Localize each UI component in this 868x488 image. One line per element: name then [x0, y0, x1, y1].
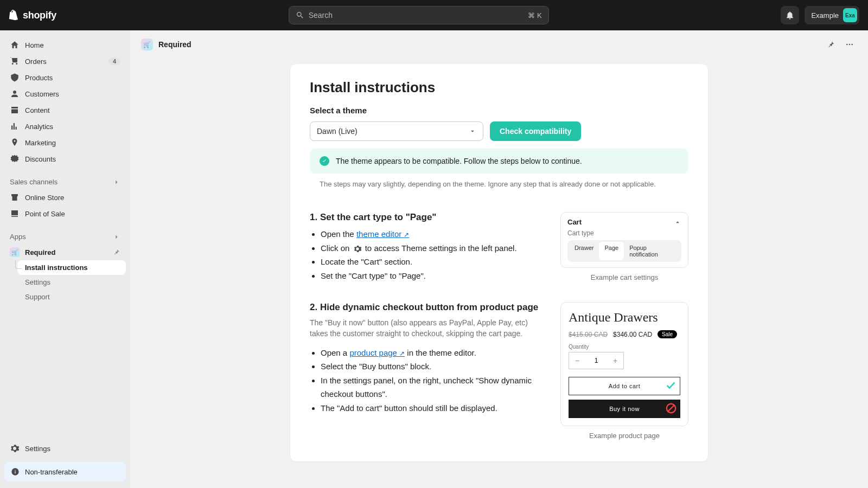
content-icon [10, 105, 20, 115]
search-shortcut: ⌘ K [528, 11, 541, 20]
main-content: 🛒 Required Install instructions Select a… [130, 30, 868, 488]
account-name: Example [811, 11, 839, 20]
svg-point-0 [846, 44, 848, 46]
buy-now-example: Buy it now [569, 400, 680, 418]
sidebar: Home Orders4 Products Customers Content … [0, 30, 130, 488]
step2-title: 2. Hide dynamic checkout button from pro… [310, 302, 545, 313]
nav-sub-install[interactable]: Install instructions [17, 260, 126, 275]
step2-bullet: The "Add to cart" button should still be… [321, 401, 545, 415]
compatibility-alert: The theme appears to be compatible. Foll… [310, 149, 688, 174]
nav-content[interactable]: Content [4, 102, 126, 118]
step1-title: 1. Set the cart type to "Page" [310, 212, 545, 223]
brand-text: shopify [23, 10, 56, 21]
svg-point-2 [851, 44, 853, 46]
nav-analytics[interactable]: Analytics [4, 118, 126, 134]
nav-customers[interactable]: Customers [4, 86, 126, 102]
gear-icon [10, 444, 20, 453]
svg-point-1 [849, 44, 851, 46]
apps-heading[interactable]: Apps [4, 229, 126, 244]
check-compatibility-button[interactable]: Check compatibility [490, 121, 581, 141]
sale-badge: Sale [658, 330, 677, 338]
page-app-name: Required [158, 40, 192, 49]
example-product-page: Antique Drawers $415.00 CAD $346.00 CAD … [560, 302, 688, 426]
step1-bullet: Set the "Cart type" to "Page". [321, 269, 545, 283]
qty-plus: + [607, 352, 623, 369]
avatar: Exa [843, 8, 857, 22]
quantity-label: Quantity [569, 344, 680, 350]
pin-icon [827, 40, 835, 49]
gear-icon [353, 245, 362, 253]
nav-orders[interactable]: Orders4 [4, 53, 126, 69]
bell-icon [785, 10, 795, 20]
store-icon [10, 192, 20, 202]
step1-bullet: Locate the "Cart" section. [321, 255, 545, 269]
price-old: $415.00 CAD [569, 331, 608, 338]
quantity-stepper: − + [569, 352, 624, 369]
search-placeholder: Search [309, 11, 524, 20]
cart-type-segmented: Drawer Page Popup notification [567, 240, 681, 262]
notifications-button[interactable] [781, 6, 799, 24]
nav-sub-support[interactable]: Support [17, 290, 126, 304]
info-icon [11, 467, 20, 476]
add-to-cart-example: Add to cart [569, 377, 680, 395]
account-menu[interactable]: Example Exa [805, 6, 859, 24]
step2-bullet: Select the "Buy buttons" block. [321, 359, 545, 374]
orders-icon [10, 56, 20, 66]
nav-products[interactable]: Products [4, 69, 126, 86]
nav-pos[interactable]: Point of Sale [4, 206, 126, 222]
product-title: Antique Drawers [569, 310, 680, 325]
pos-icon [10, 209, 20, 219]
step1-bullet: Open the theme editor ↗ [321, 227, 545, 241]
nav-sub-settings[interactable]: Settings [17, 275, 126, 290]
nav-home[interactable]: Home [4, 37, 126, 53]
more-icon [845, 40, 854, 49]
search-input[interactable]: Search ⌘ K [289, 6, 549, 24]
chevron-down-icon [469, 127, 476, 135]
step2-bullet: Open a product page ↗ in the theme edito… [321, 346, 545, 360]
qty-input [585, 357, 607, 364]
shopify-icon [9, 9, 20, 21]
step1-bullet: Click on to access Theme settings in the… [321, 241, 545, 255]
nav-settings[interactable]: Settings [4, 440, 126, 457]
discounts-icon [10, 154, 20, 164]
product-page-link[interactable]: product page ↗ [349, 348, 405, 357]
chevron-up-icon [674, 219, 681, 226]
example-caption: Example cart settings [560, 273, 688, 281]
more-button[interactable] [842, 37, 857, 52]
app-icon: 🛒 [141, 38, 153, 50]
brand-logo[interactable]: shopify [9, 9, 56, 21]
orders-badge: 4 [108, 57, 120, 65]
products-icon [10, 73, 20, 82]
check-icon [320, 156, 329, 166]
nav-marketing[interactable]: Marketing [4, 134, 126, 151]
app-icon: 🛒 [10, 247, 20, 257]
step2-bullet: In the settings panel, on the right, unc… [321, 374, 545, 401]
example-cart-settings: Cart Cart type Drawer Page Popup notific… [560, 212, 688, 268]
nav-online-store[interactable]: Online Store [4, 189, 126, 206]
chevron-right-icon [113, 178, 120, 186]
nav-discounts[interactable]: Discounts [4, 151, 126, 167]
steps-note: The steps may vary slightly, depending o… [310, 179, 688, 192]
home-icon [10, 40, 20, 50]
forbidden-icon [665, 402, 677, 415]
nav-app-required[interactable]: 🛒 Required [4, 244, 126, 260]
price-new: $346.00 CAD [613, 331, 652, 338]
sales-channels-heading[interactable]: Sales channels [4, 175, 126, 189]
step2-desc: The "Buy it now" button (also appears as… [310, 317, 545, 339]
non-transferable-banner[interactable]: Non-transferable [4, 462, 126, 481]
pin-icon [113, 248, 120, 256]
page-title: Install instructions [310, 79, 688, 96]
customers-icon [10, 89, 20, 99]
qty-minus: − [569, 352, 585, 369]
chevron-right-icon [113, 233, 120, 241]
theme-editor-link[interactable]: theme editor ↗ [356, 229, 410, 239]
analytics-icon [10, 121, 20, 131]
example-caption: Example product page [560, 432, 688, 440]
select-theme-label: Select a theme [310, 106, 688, 115]
marketing-icon [10, 138, 20, 147]
pin-button[interactable] [824, 37, 839, 52]
theme-select[interactable]: Dawn (Live) [310, 121, 483, 141]
check-mark-icon [665, 380, 676, 393]
search-icon [296, 11, 304, 20]
